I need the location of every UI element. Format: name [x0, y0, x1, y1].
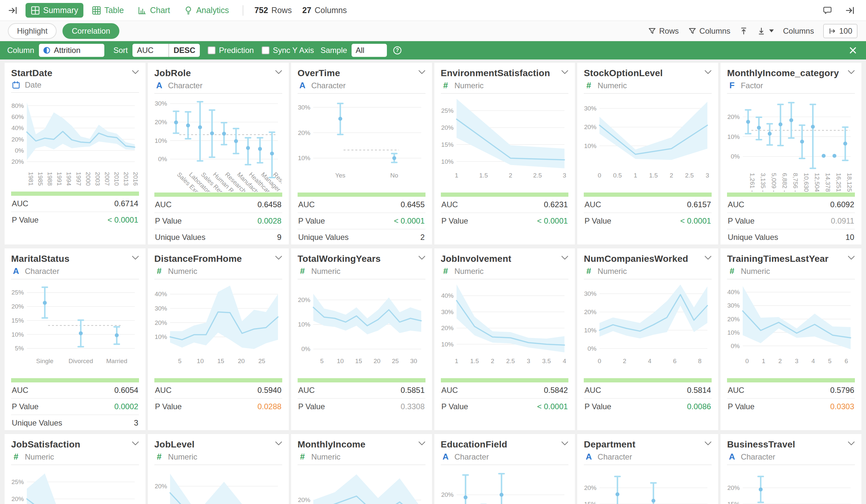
chevron-down-icon[interactable]	[848, 441, 855, 446]
svg-text:5: 5	[320, 358, 324, 365]
row-count-label: Rows	[271, 5, 292, 15]
columns-limit-button[interactable]: 100	[823, 24, 857, 38]
auc-bar	[584, 378, 712, 382]
svg-text:8,756 - 1: 8,756 - 1	[792, 173, 799, 192]
svg-text:0: 0	[598, 358, 601, 365]
unique-values-label: Unique Values	[12, 418, 62, 427]
svg-text:15%: 15%	[727, 501, 740, 504]
column-type-label: Character	[25, 267, 59, 276]
column-type-label: Factor	[741, 81, 763, 90]
svg-text:0%: 0%	[158, 156, 167, 163]
card-header: MonthlyIncome#Numeric	[298, 439, 425, 465]
auc-row: AUC0.6455	[298, 197, 425, 212]
collapse-right-panel-icon[interactable]	[843, 3, 857, 18]
filter-columns-label: Columns	[700, 26, 731, 36]
comment-icon[interactable]	[820, 3, 835, 18]
svg-text:0%: 0%	[15, 147, 24, 154]
svg-text:30%: 30%	[727, 302, 740, 309]
help-icon[interactable]: ?	[391, 44, 403, 56]
column-type-label: Character	[598, 452, 632, 461]
svg-text:40%: 40%	[727, 289, 740, 295]
chevron-down-icon[interactable]	[275, 441, 282, 446]
svg-text:10%: 10%	[584, 143, 597, 149]
numeric-icon: #	[584, 266, 593, 276]
distribution-chart: 25%20%15%10%11.522.53	[441, 94, 568, 192]
column-title: JobRole	[154, 68, 191, 78]
column-card: BusinessTravelACharacter20%15%10%	[721, 434, 862, 504]
correlation-button[interactable]: Correlation	[63, 23, 119, 39]
svg-text:0%: 0%	[731, 343, 740, 349]
tab-label: Table	[104, 5, 124, 15]
chevron-down-icon[interactable]	[848, 256, 855, 260]
svg-text:25: 25	[258, 358, 265, 365]
column-card: DepartmentACharacter20%15%10%	[577, 434, 718, 504]
chevron-down-icon[interactable]	[704, 70, 712, 75]
chevron-down-icon[interactable]	[275, 256, 282, 260]
prediction-checkbox[interactable]: Prediction	[208, 46, 254, 55]
p-value: 0.3308	[401, 402, 424, 411]
view-tabs: Summary Table Chart Analytics	[25, 3, 234, 18]
column-title: DistanceFromHome	[154, 254, 242, 264]
chevron-down-icon[interactable]	[418, 441, 425, 446]
chevron-down-icon[interactable]	[132, 70, 139, 75]
column-title: JobSatisfaction	[11, 439, 80, 450]
upload-button[interactable]	[740, 27, 748, 35]
column-type-row: #Numeric	[441, 266, 569, 276]
p-value-row: P Value0.0303	[727, 398, 855, 414]
auc-row: AUC0.5851	[298, 382, 425, 398]
filter-rows-button[interactable]: Rows	[648, 26, 679, 36]
auc-row: AUC0.5842	[441, 382, 569, 398]
chevron-down-icon[interactable]	[418, 70, 425, 75]
close-icon[interactable]	[847, 44, 859, 56]
column-type-label: Numeric	[168, 267, 197, 276]
chevron-down-icon[interactable]	[561, 441, 568, 446]
tab-analytics[interactable]: Analytics	[179, 3, 234, 18]
chevron-down-icon[interactable]	[132, 256, 139, 260]
column-type-row: Date	[11, 80, 139, 90]
p-value: 0.0288	[257, 402, 281, 411]
svg-text:1994: 1994	[65, 172, 72, 186]
auc-label: AUC	[585, 200, 601, 209]
svg-text:2: 2	[509, 172, 512, 179]
target-column-value: Attrition	[54, 46, 80, 55]
filter-columns-button[interactable]: Columns	[688, 26, 731, 36]
svg-text:10%: 10%	[298, 321, 310, 328]
tab-chart[interactable]: Chart	[132, 3, 175, 18]
column-label: Column	[7, 46, 34, 55]
collapse-left-panel-icon[interactable]	[6, 3, 20, 18]
target-column-select[interactable]: Attrition	[39, 44, 104, 57]
chevron-down-icon[interactable]	[848, 70, 855, 75]
p-value-row: P Value0.0086	[584, 398, 712, 414]
summary-toolbar: Highlight Correlation Rows Columns Colum…	[0, 21, 866, 41]
tab-summary[interactable]: Summary	[25, 3, 84, 18]
chevron-down-icon[interactable]	[561, 256, 568, 260]
sort-by-select[interactable]: AUC	[132, 44, 168, 57]
chevron-down-icon[interactable]	[132, 441, 139, 446]
highlight-button[interactable]: Highlight	[8, 23, 57, 39]
sort-direction-button[interactable]: DESC	[168, 44, 200, 57]
card-header: MaritalStatusACharacter	[11, 254, 139, 279]
svg-text:1.5: 1.5	[470, 358, 478, 365]
chevron-down-icon[interactable]	[418, 256, 425, 260]
tab-table[interactable]: Table	[87, 3, 129, 18]
svg-text:?: ?	[396, 47, 399, 53]
column-title: MonthlyIncome	[298, 439, 366, 450]
chevron-down-icon[interactable]	[704, 256, 712, 260]
chevron-down-icon[interactable]	[275, 70, 282, 75]
download-button[interactable]	[757, 27, 774, 35]
p-value-row: P Value< 0.0001	[298, 212, 425, 229]
chevron-down-icon[interactable]	[561, 70, 568, 75]
p-value: < 0.0001	[108, 215, 138, 225]
chevron-down-icon[interactable]	[704, 441, 712, 446]
svg-text:20%: 20%	[584, 484, 597, 491]
svg-text:4: 4	[811, 358, 815, 365]
svg-text:10,630 -: 10,630 -	[803, 173, 810, 192]
svg-text:20%: 20%	[727, 484, 740, 491]
column-title: StockOptionLevel	[584, 68, 663, 78]
p-value-row: P Value0.0002	[11, 398, 139, 414]
p-value-label: P Value	[442, 216, 468, 225]
p-value: 0.0002	[114, 402, 138, 411]
sync-y-axis-checkbox[interactable]: Sync Y Axis	[262, 46, 314, 55]
svg-text:4: 4	[648, 358, 652, 365]
sample-select[interactable]: All	[352, 44, 387, 57]
